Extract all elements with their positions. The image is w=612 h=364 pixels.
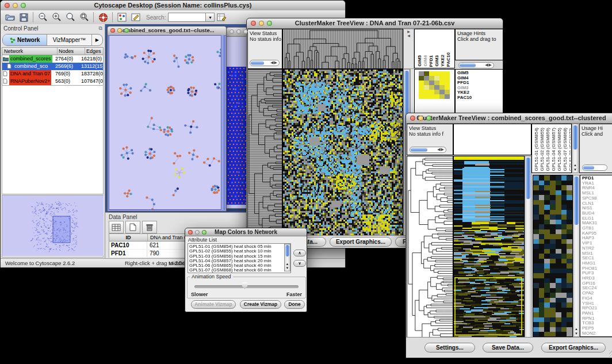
gene-label[interactable]: MON2 bbox=[582, 331, 612, 336]
matrix-cell[interactable] bbox=[439, 90, 445, 94]
matrix-cell[interactable] bbox=[429, 94, 434, 99]
minimize-button[interactable] bbox=[259, 21, 264, 26]
vizmap-icon[interactable] bbox=[116, 12, 128, 23]
network-row[interactable]: RNAPuberNov2+563(0)107847(0) bbox=[2, 78, 103, 85]
tv2-column-label[interactable]: GPL51-06 (GSM865) bbox=[557, 128, 562, 171]
matrix-cell[interactable] bbox=[424, 85, 429, 90]
treeview2-titlebar[interactable]: ClusterMaker TreeView : combined_scores_… bbox=[406, 113, 612, 124]
tv2-heatmap-vscrollbar[interactable]: ▲▼ bbox=[525, 156, 531, 348]
tab-vizmapper[interactable]: VizMapper™ bbox=[47, 35, 91, 45]
tv1-usage-scrollbar[interactable]: ◀▶ bbox=[458, 62, 494, 68]
annotation-icon[interactable] bbox=[129, 12, 142, 23]
tv1-column-label[interactable]: GIM4 bbox=[423, 55, 428, 67]
close-button[interactable] bbox=[110, 28, 115, 33]
network-row[interactable]: DNA and Tran 07769(0)183728(0) bbox=[2, 70, 103, 78]
matrix-cell[interactable] bbox=[429, 85, 434, 90]
done-button[interactable]: Done bbox=[284, 300, 305, 309]
tv1-row-dendrogram[interactable] bbox=[247, 69, 282, 237]
close-button[interactable] bbox=[230, 29, 234, 34]
network-tree-empty-area[interactable] bbox=[2, 85, 104, 194]
zoom-button[interactable] bbox=[426, 116, 431, 121]
main-titlebar[interactable]: Cytoscape Desktop (Session Name: collins… bbox=[1, 1, 345, 11]
matrix-cell[interactable] bbox=[439, 71, 445, 76]
col-header-edges[interactable]: Edges bbox=[85, 48, 103, 55]
tv2-column-label[interactable]: GPL51-01 (GSM854) bbox=[534, 128, 539, 171]
zoom-in-icon[interactable] bbox=[50, 12, 63, 23]
matrix-cell[interactable] bbox=[424, 71, 429, 76]
matrix-cell[interactable] bbox=[439, 76, 445, 81]
animate-vizmap-button[interactable]: Animate Vizmap bbox=[191, 300, 236, 309]
tv2-column-label[interactable]: GPL51-04 (GSM857) bbox=[551, 128, 556, 171]
matrix-cell[interactable] bbox=[419, 76, 424, 81]
matrix-cell[interactable] bbox=[439, 94, 445, 99]
matrix-cell[interactable] bbox=[445, 81, 450, 85]
col-header-network[interactable]: Network bbox=[2, 48, 58, 55]
zoom-button[interactable] bbox=[243, 29, 248, 34]
matrix-cell[interactable] bbox=[434, 94, 439, 99]
tv1-column-dendrogram[interactable] bbox=[282, 29, 403, 69]
matrix-cell[interactable] bbox=[445, 90, 450, 94]
matrix-cell[interactable] bbox=[419, 94, 424, 99]
network-view-window[interactable]: combined_scores_good.txt--cluste... bbox=[107, 26, 227, 212]
close-button[interactable] bbox=[188, 230, 193, 235]
minimize-button[interactable] bbox=[195, 230, 200, 235]
tv1-row-label[interactable]: PAC10 bbox=[457, 95, 503, 101]
network-name-cell[interactable]: RNAPuberNov2+ bbox=[2, 78, 55, 85]
attribute-list-vscrollbar[interactable]: ▲▼ bbox=[284, 244, 290, 271]
tv2-zoom-heatmap[interactable] bbox=[533, 175, 573, 337]
tv2-row-dendrogram[interactable] bbox=[407, 156, 453, 348]
tv2-status-scrollbar[interactable]: ◀▶ bbox=[410, 147, 446, 153]
delete-attribute-icon[interactable] bbox=[142, 221, 157, 233]
tv1-column-label[interactable]: YKE2 bbox=[440, 55, 445, 67]
tv2-column-label[interactable]: GPL51-08 (GSM872) bbox=[568, 128, 571, 171]
matrix-cell[interactable] bbox=[445, 71, 450, 76]
tabs-more-button[interactable]: ▶ bbox=[91, 35, 102, 45]
search-input[interactable] bbox=[168, 13, 206, 22]
resize-grip[interactable] bbox=[609, 350, 612, 357]
minimize-button[interactable] bbox=[13, 3, 18, 8]
tv2-column-label[interactable]: GPL51-07 (GSM868) bbox=[563, 128, 568, 171]
matrix-cell[interactable] bbox=[419, 71, 424, 76]
tv2-heatmap[interactable] bbox=[453, 156, 525, 348]
network-name-cell[interactable]: combined_scores bbox=[2, 55, 55, 63]
matrix-cell[interactable] bbox=[434, 85, 439, 90]
new-attribute-icon[interactable] bbox=[125, 221, 140, 233]
minimize-button[interactable] bbox=[418, 116, 423, 121]
tv2-labels-vscrollbar[interactable]: ▲▼ bbox=[572, 124, 579, 173]
attribute-table-icon[interactable] bbox=[109, 221, 124, 233]
tv1-column-label[interactable]: GIM3 bbox=[434, 55, 439, 67]
minimize-button[interactable] bbox=[236, 29, 241, 34]
tv1-column-label[interactable]: PAC10 bbox=[446, 52, 451, 67]
matrix-cell[interactable] bbox=[424, 81, 429, 85]
tv1-column-label[interactable]: PFD1 bbox=[429, 55, 434, 67]
tab-network[interactable]: Network bbox=[3, 35, 47, 45]
zoom-fit-icon[interactable] bbox=[78, 12, 90, 23]
matrix-cell[interactable] bbox=[445, 76, 450, 81]
close-button[interactable] bbox=[5, 3, 10, 8]
create-vizmap-button[interactable]: Create Vizmap bbox=[240, 300, 281, 309]
move-up-button[interactable]: ∧ bbox=[293, 250, 306, 256]
network-name-cell[interactable]: combined_sco bbox=[2, 63, 55, 70]
matrix-cell[interactable] bbox=[419, 85, 424, 90]
tv1-zoom-matrix[interactable] bbox=[419, 71, 450, 99]
tv1-heatmap[interactable] bbox=[282, 69, 403, 237]
tv2-column-label[interactable]: GPL51-03 (GSM856) bbox=[545, 128, 550, 171]
minimize-button[interactable] bbox=[117, 28, 122, 33]
float-panel-icon[interactable]: ⧉ bbox=[99, 25, 102, 32]
network-canvas[interactable] bbox=[109, 36, 221, 209]
tv2-top-dendrogram-area[interactable] bbox=[453, 124, 531, 155]
tv2-settings-button[interactable]: Settings... bbox=[424, 343, 475, 352]
birdseye-view[interactable] bbox=[2, 195, 104, 258]
matrix-cell[interactable] bbox=[419, 81, 424, 85]
speed-slider-thumb[interactable] bbox=[242, 282, 248, 289]
zoom-button[interactable] bbox=[124, 28, 129, 33]
matrix-cell[interactable] bbox=[429, 90, 434, 94]
tv2-genes-vscrollbar[interactable]: ▲▼ bbox=[573, 175, 580, 337]
matrix-cell[interactable] bbox=[424, 76, 429, 81]
zoom-out-icon[interactable] bbox=[36, 12, 49, 23]
tv2-save-data-button[interactable]: Save Data... bbox=[483, 343, 533, 352]
network-vertical-scrollbar[interactable] bbox=[221, 35, 225, 210]
tv2-column-label[interactable]: GPL51-02 (GSM855) bbox=[540, 128, 545, 171]
tv1-column-label[interactable]: GIM5 bbox=[417, 55, 422, 67]
dialog-titlebar[interactable]: Map Colors to Network bbox=[185, 228, 307, 236]
